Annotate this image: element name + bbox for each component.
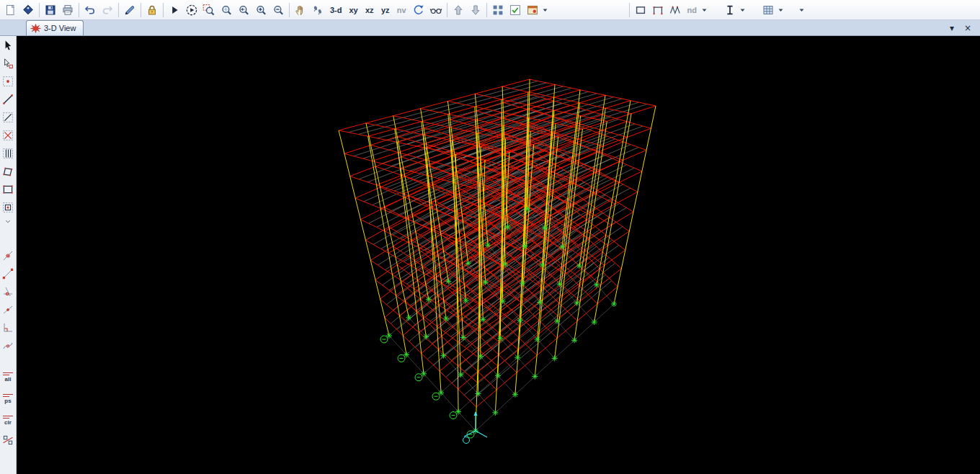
quick-draw-braces-button[interactable] <box>1 128 16 143</box>
perspective-toggle-button[interactable] <box>427 1 445 19</box>
pan-button[interactable] <box>292 1 309 19</box>
run-animation-button[interactable] <box>183 1 200 19</box>
print-icon <box>61 4 74 17</box>
intersecting-line-select-icon <box>1 434 14 447</box>
open-model-icon <box>22 4 35 17</box>
reshape-object-button[interactable] <box>1 55 16 71</box>
dropdown-arrow-icon <box>798 4 805 17</box>
move-down-in-list-button[interactable] <box>467 1 484 19</box>
undo-button[interactable] <box>81 1 99 19</box>
toolbar-separator <box>447 3 447 17</box>
move-up-in-list-button[interactable] <box>450 1 467 19</box>
rubber-band-zoom-icon <box>202 4 215 17</box>
quick-draw-secondary-beams-button[interactable] <box>1 146 16 161</box>
ibeam-cursor-icon <box>723 4 736 17</box>
previous-selection-button[interactable]: ps <box>1 389 16 408</box>
zoom-out-one-step-button[interactable] <box>270 1 287 19</box>
snap-to-perpendicular-button[interactable] <box>1 320 16 335</box>
object-display-dropdown-arrow[interactable] <box>541 1 549 19</box>
dropdown-arrow-icon <box>739 4 746 17</box>
tab-3d-view[interactable]: 3-D View <box>26 20 84 35</box>
set-yz-view-button[interactable]: yz <box>378 1 393 19</box>
walkthrough-button[interactable] <box>309 1 326 19</box>
select-pointer-button[interactable] <box>1 37 16 53</box>
set-3d-view-button[interactable]: 3-d <box>326 1 346 19</box>
redo-button[interactable] <box>99 1 116 19</box>
snap-to-midpoints-button[interactable] <box>1 302 16 317</box>
set-display-options-icon <box>509 4 522 17</box>
ibeam-dropdown-arrow[interactable] <box>739 1 747 19</box>
section-rectangle-icon <box>634 4 647 17</box>
more-draw-tools-chevron[interactable] <box>1 218 16 226</box>
snap-to-endpoints-icon <box>1 267 14 280</box>
draw-special-joint-button[interactable] <box>1 73 16 89</box>
intersecting-line-select-button[interactable] <box>1 432 16 447</box>
named-display-button[interactable]: nd <box>684 1 700 19</box>
more-draw-tools-chevron-icon <box>1 218 14 225</box>
section-tools-dropdown-arrow[interactable] <box>700 1 708 19</box>
quick-draw-area-icon <box>1 201 14 214</box>
clear-selection-button[interactable]: clr <box>1 411 16 429</box>
extra-tools-dropdown-arrow[interactable] <box>798 1 806 19</box>
quick-draw-frame-icon <box>1 111 14 124</box>
save-model-icon <box>44 4 57 17</box>
save-model-button[interactable] <box>42 1 59 19</box>
quick-draw-frame-button[interactable] <box>1 109 16 125</box>
global-axes <box>463 411 488 444</box>
model-3d-wireframe <box>17 36 980 474</box>
snap-to-perpendicular-icon <box>1 321 14 334</box>
model-viewport[interactable] <box>17 36 980 474</box>
run-analysis-icon <box>168 4 181 17</box>
undo-icon <box>84 4 97 17</box>
zoom-in-one-step-button[interactable] <box>252 1 270 19</box>
toolbar-separator <box>629 3 630 17</box>
snap-to-joints-icon <box>1 249 14 262</box>
rotate-3d-view-button[interactable] <box>410 1 427 19</box>
set-xy-view-button[interactable]: xy <box>346 1 362 19</box>
print-button[interactable] <box>59 1 76 19</box>
draw-rect-area-button[interactable] <box>1 182 16 197</box>
draw-frame-button[interactable] <box>1 91 16 107</box>
previous-zoom-button[interactable] <box>235 1 252 19</box>
section-rectangle-button[interactable] <box>632 1 649 19</box>
restore-full-view-button[interactable] <box>218 1 235 19</box>
ibeam-cursor-button[interactable] <box>721 1 739 19</box>
new-model-button[interactable] <box>2 1 19 19</box>
redo-icon <box>101 4 114 17</box>
object-display-dropdown-button[interactable] <box>524 1 541 19</box>
close-view-button[interactable]: × <box>963 22 973 34</box>
set-named-view-button[interactable]: nv <box>393 1 410 19</box>
quick-draw-secondary-beams-icon <box>1 147 14 160</box>
move-down-in-list-icon <box>469 4 482 17</box>
rubber-band-zoom-button[interactable] <box>200 1 218 19</box>
move-up-in-list-icon <box>452 4 465 17</box>
grid-section-dropdown-arrow[interactable] <box>777 1 785 19</box>
snap-to-endpoints-button[interactable] <box>1 266 16 281</box>
run-analysis-button[interactable] <box>166 1 183 19</box>
model-view-icon <box>30 23 41 34</box>
view-tabbar: 3-D View ▾ × <box>0 20 980 36</box>
previous-zoom-icon <box>237 4 250 17</box>
grid-section-button[interactable] <box>760 1 777 19</box>
snap-to-lines-button[interactable] <box>1 338 16 353</box>
snap-to-intersections-button[interactable] <box>1 284 16 299</box>
snap-to-lines-icon <box>1 339 14 352</box>
lock-model-button[interactable] <box>143 1 161 19</box>
section-portal-button[interactable] <box>649 1 667 19</box>
snap-to-joints-button[interactable] <box>1 248 16 263</box>
select-all-button[interactable]: all <box>1 367 16 386</box>
set-xz-view-button[interactable]: xz <box>362 1 378 19</box>
edit-pen-button[interactable] <box>121 1 138 19</box>
open-model-button[interactable] <box>19 1 37 19</box>
quick-draw-area-button[interactable] <box>1 200 16 215</box>
shrink-objects-button[interactable] <box>489 1 507 19</box>
view-menu-button[interactable]: ▾ <box>948 22 956 34</box>
toolbar-separator <box>486 3 487 17</box>
draw-frame-icon <box>1 93 14 106</box>
toolbar-separator <box>163 3 164 17</box>
toolbar-separator <box>118 3 119 17</box>
run-animation-icon <box>185 4 198 17</box>
section-truss-button[interactable] <box>667 1 684 19</box>
draw-poly-area-button[interactable] <box>1 164 16 179</box>
set-display-options-button[interactable] <box>507 1 524 19</box>
